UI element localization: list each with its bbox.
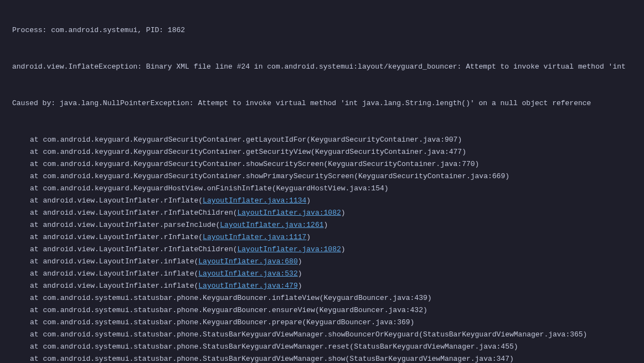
frame-method: com.android.keyguard.KeyguardHostView.on… (43, 184, 271, 193)
exception-line: android.view.InflateException: Binary XM… (0, 61, 644, 73)
paren-close: ) (509, 355, 514, 363)
source-link[interactable]: LayoutInflater.java:680 (198, 257, 297, 266)
source-link[interactable]: LayoutInflater.java:1261 (220, 221, 323, 229)
source-location: KeyguardHostView.java:154 (276, 184, 384, 193)
frame-method: com.android.systemui.statusbar.phone.Key… (43, 294, 319, 302)
source-link[interactable]: LayoutInflater.java:1082 (238, 245, 341, 253)
paren-close: ) (410, 318, 415, 326)
source-location: KeyguardSecurityContainer.java:669 (358, 172, 505, 180)
source-link[interactable]: LayoutInflater.java:479 (198, 282, 297, 290)
paren-open: ( (272, 184, 276, 193)
paren-open: ( (419, 330, 423, 339)
paren-close: ) (583, 330, 588, 339)
paren-open: ( (198, 196, 203, 205)
paren-open: ( (233, 245, 238, 253)
frame-method: com.android.systemui.statusbar.phone.Key… (43, 306, 315, 314)
paren-open: ( (320, 294, 324, 302)
source-location: KeyguardBouncer.java:439 (324, 294, 427, 302)
stack-frame: at android.view.LayoutInflater.inflate(L… (0, 280, 644, 292)
at-keyword: at (30, 209, 39, 217)
at-keyword: at (30, 330, 39, 339)
paren-close: ) (427, 294, 432, 302)
at-keyword: at (30, 257, 39, 266)
source-link[interactable]: LayoutInflater.java:1134 (203, 196, 306, 205)
at-keyword: at (30, 221, 39, 229)
frame-method: com.android.keyguard.KeyguardSecurityCon… (43, 160, 323, 168)
paren-close: ) (384, 184, 389, 193)
source-location: KeyguardBouncer.java:369 (306, 318, 410, 326)
frame-method: android.view.LayoutInflater.rInflate (43, 233, 198, 241)
frame-method: com.android.systemui.statusbar.phone.Key… (43, 318, 302, 326)
paren-open: ( (198, 233, 203, 241)
at-keyword: at (30, 245, 39, 253)
stack-frame: at com.android.systemui.statusbar.phone.… (0, 329, 644, 341)
paren-close: ) (423, 306, 427, 314)
at-keyword: at (30, 160, 39, 168)
paren-open: ( (311, 148, 315, 156)
source-location: KeyguardBouncer.java:432 (320, 306, 423, 314)
paren-close: ) (505, 172, 509, 180)
stack-frame: at com.android.keyguard.KeyguardSecurity… (0, 170, 644, 183)
frame-method: android.view.LayoutInflater.rInflateChil… (43, 245, 233, 253)
paren-close: ) (341, 209, 346, 217)
at-keyword: at (30, 282, 39, 290)
source-link[interactable]: LayoutInflater.java:532 (198, 269, 297, 278)
paren-close: ) (462, 148, 466, 156)
stack-frame: at com.android.systemui.statusbar.phone.… (0, 317, 644, 329)
source-location: KeyguardSecurityContainer.java:770 (328, 160, 475, 168)
paren-close: ) (514, 343, 518, 351)
paren-open: ( (354, 172, 358, 180)
stack-frame: at com.android.keyguard.KeyguardSecurity… (0, 158, 644, 170)
stack-frame: at com.android.keyguard.KeyguardSecurity… (0, 146, 644, 158)
paren-close: ) (324, 221, 328, 229)
stack-frame: at com.android.keyguard.KeyguardSecurity… (0, 134, 644, 146)
stack-frame: at android.view.LayoutInflater.parseIncl… (0, 219, 644, 231)
paren-close: ) (298, 282, 302, 290)
frame-method: com.android.keyguard.KeyguardSecurityCon… (43, 136, 306, 144)
stack-frame: at android.view.LayoutInflater.rInflateC… (0, 207, 644, 219)
stack-frame: at com.android.systemui.statusbar.phone.… (0, 292, 644, 304)
at-keyword: at (30, 233, 39, 241)
at-keyword: at (30, 196, 39, 205)
log-output: Process: com.android.systemui, PID: 1862… (0, 0, 644, 363)
stack-frame: at android.view.LayoutInflater.rInflateC… (0, 243, 644, 256)
source-location: StatusBarKeyguardViewManager.java:347 (349, 355, 509, 363)
frame-method: android.view.LayoutInflater.rInflateChil… (43, 209, 233, 217)
at-keyword: at (30, 136, 39, 144)
at-keyword: at (30, 269, 39, 278)
at-keyword: at (30, 306, 39, 314)
caused-by-line: Caused by: java.lang.NullPointerExceptio… (0, 97, 644, 110)
at-keyword: at (30, 318, 39, 326)
source-location: KeyguardSecurityContainer.java:477 (315, 148, 462, 156)
at-keyword: at (30, 294, 39, 302)
paren-open: ( (306, 136, 311, 144)
at-keyword: at (30, 355, 39, 363)
paren-close: ) (306, 196, 311, 205)
at-keyword: at (30, 343, 39, 351)
paren-open: ( (349, 343, 354, 351)
frame-method: com.android.systemui.statusbar.phone.Sta… (43, 343, 349, 351)
stack-frame: at android.view.LayoutInflater.inflate(L… (0, 268, 644, 280)
frame-method: android.view.LayoutInflater.inflate (43, 257, 194, 266)
stack-frame: at android.view.LayoutInflater.rInflate(… (0, 231, 644, 243)
frame-method: com.android.systemui.statusbar.phone.Sta… (43, 355, 345, 363)
stack-frame: at com.android.systemui.statusbar.phone.… (0, 341, 644, 353)
stack-frame: at android.view.LayoutInflater.inflate(L… (0, 256, 644, 268)
frame-method: com.android.keyguard.KeyguardSecurityCon… (43, 148, 311, 156)
frame-method: com.android.systemui.statusbar.phone.Sta… (43, 330, 419, 339)
source-location: KeyguardSecurityContainer.java:907 (311, 136, 457, 144)
paren-open: ( (315, 306, 320, 314)
source-link[interactable]: LayoutInflater.java:1117 (203, 233, 306, 241)
at-keyword: at (30, 184, 39, 193)
stack-frame: at com.android.systemui.statusbar.phone.… (0, 353, 644, 363)
frame-method: android.view.LayoutInflater.rInflate (43, 196, 198, 205)
at-keyword: at (30, 172, 39, 180)
at-keyword: at (30, 148, 39, 156)
paren-close: ) (341, 245, 346, 253)
frame-method: android.view.LayoutInflater.inflate (43, 282, 194, 290)
paren-close: ) (298, 269, 302, 278)
source-location: StatusBarKeyguardViewManager.java:455 (354, 343, 514, 351)
frame-method: com.android.keyguard.KeyguardSecurityCon… (43, 172, 354, 180)
frame-method: android.view.LayoutInflater.parseInclude (43, 221, 215, 229)
source-link[interactable]: LayoutInflater.java:1082 (238, 209, 341, 217)
